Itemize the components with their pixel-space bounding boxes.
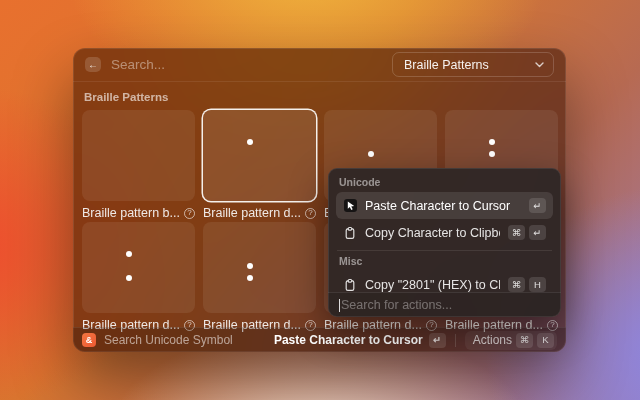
braille-cell[interactable] [82,110,195,201]
braille-dot [126,275,132,281]
actions-search-input[interactable] [341,298,550,312]
text-caret [339,299,340,312]
section-title: Braille Patterns [84,91,557,104]
action-item[interactable]: Copy Character to Clipboard⌘↵ [336,219,553,246]
key-badge: K [537,333,554,348]
clipboard-icon [343,226,357,240]
return-key-badge: ↵ [529,198,546,213]
command-key-badge: ⌘ [516,333,533,348]
braille-dot [247,263,253,269]
action-item-keys: ⌘↵ [508,225,546,240]
braille-cell[interactable] [82,222,195,313]
actions-search [328,292,561,317]
braille-cell-label-row: Braille pattern d...? [203,206,316,220]
braille-dot [247,139,253,145]
clipboard-icon [343,278,357,292]
extension-name: Search Unicode Symbol [104,333,233,347]
info-icon: ? [305,208,316,219]
panel-section-title: Unicode [339,176,553,189]
search-input[interactable] [111,57,392,72]
actions-panel: UnicodePaste Character to Cursor↵Copy Ch… [328,168,561,317]
action-item-label: Copy Character to Clipboard [365,226,500,240]
return-key-badge: ↵ [429,333,446,348]
actions-button-keys: ⌘K [516,333,554,348]
braille-grid-item: Braille pattern d...? [203,222,316,332]
braille-grid-item: Braille pattern d...? [82,222,195,332]
action-item-label: Paste Character to Cursor [365,199,521,213]
primary-action-label: Paste Character to Cursor [274,333,423,347]
action-item-keys: ⌘H [508,277,546,292]
status-bar-divider [455,334,456,347]
paste-icon [343,199,357,213]
chevron-down-icon [535,62,544,68]
primary-action-keys: ↵ [429,333,446,348]
braille-dot [368,151,374,157]
panel-section-title: Misc [339,255,553,268]
braille-grid-item: Braille pattern d...? [203,110,316,220]
extension-icon: & [82,333,96,347]
actions-button[interactable]: Actions ⌘K [465,331,557,350]
actions-list: UnicodePaste Character to Cursor↵Copy Ch… [328,168,561,292]
command-key-badge: ⌘ [508,277,525,292]
action-item-label: Copy "2801" (HEX) to Clipboard [365,278,500,292]
braille-cell-label: Braille pattern b... [82,206,180,220]
panel-divider [337,250,552,251]
action-item[interactable]: Paste Character to Cursor↵ [336,192,553,219]
actions-button-label: Actions [473,333,512,347]
braille-cell[interactable] [203,222,316,313]
search-header: ← Braille Patterns [73,48,566,82]
return-key-badge: ↵ [529,225,546,240]
category-dropdown-value: Braille Patterns [404,58,489,72]
braille-cell-label: Braille pattern d... [203,206,301,220]
info-icon: ? [184,208,195,219]
braille-grid-item: Braille pattern b...? [82,110,195,220]
braille-cell-label-row: Braille pattern b...? [82,206,195,220]
braille-dot [247,275,253,281]
category-dropdown[interactable]: Braille Patterns [392,52,554,77]
primary-action-button[interactable]: Paste Character to Cursor ↵ [274,333,446,348]
braille-dot [126,251,132,257]
back-button[interactable]: ← [85,57,101,72]
action-item-keys: ↵ [529,198,546,213]
braille-dot [489,151,495,157]
braille-dot [489,139,495,145]
action-item[interactable]: Copy "2801" (HEX) to Clipboard⌘H [336,271,553,292]
key-badge: H [529,277,546,292]
command-key-badge: ⌘ [508,225,525,240]
status-bar: & Search Unicode Symbol Paste Character … [73,327,566,352]
braille-cell-selected[interactable] [203,110,316,201]
